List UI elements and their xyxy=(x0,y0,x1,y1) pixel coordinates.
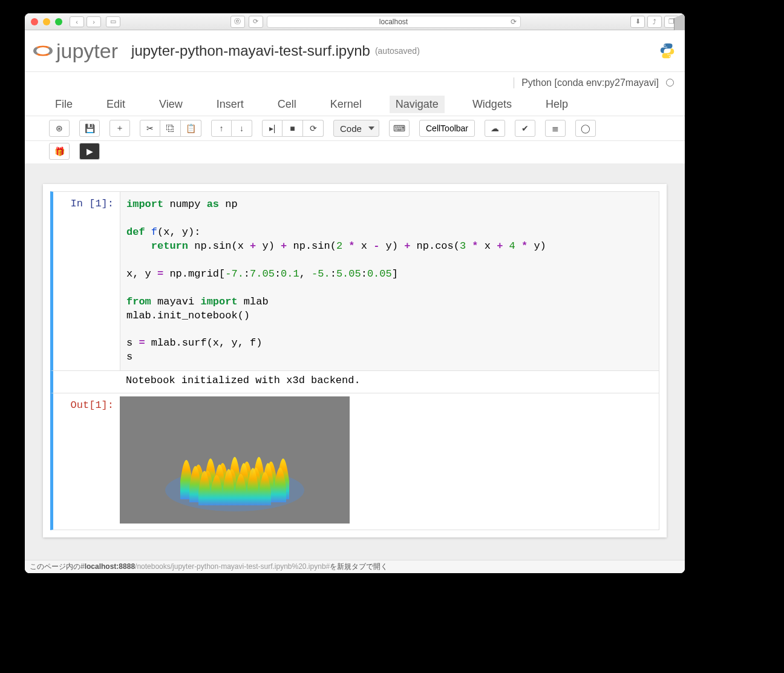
url-text: localhost xyxy=(379,18,408,26)
insert-cell-button[interactable]: ＋ xyxy=(109,120,130,137)
jupyter-logo-icon xyxy=(33,45,53,56)
menu-view[interactable]: View xyxy=(153,96,189,113)
share-button[interactable]: ⤴ xyxy=(647,16,662,28)
safari-window: ‹ › ▭ ⓔ ⟳ localhost ⟳ ⬇ ⤴ ❐ jupyter jupy… xyxy=(25,13,685,573)
sidebar-toggle[interactable]: ▭ xyxy=(106,16,120,27)
code-cell-1[interactable]: In [1]: import numpy as np def f(x, y): … xyxy=(50,191,659,371)
reload-button[interactable]: ⟳ xyxy=(249,16,263,28)
close-window-button[interactable] xyxy=(31,18,38,25)
svg-point-1 xyxy=(669,56,670,57)
brush-button[interactable]: ✔ xyxy=(515,120,535,137)
stdout-text: Notebook initialized with x3d backend. xyxy=(120,371,659,393)
move-up-button[interactable]: ↑ xyxy=(211,120,232,137)
run-button[interactable]: ▸| xyxy=(262,120,283,137)
code-editor[interactable]: import numpy as np def f(x, y): return n… xyxy=(120,192,659,370)
browser-titlebar: ‹ › ▭ ⓔ ⟳ localhost ⟳ ⬇ ⤴ ❐ xyxy=(25,13,685,30)
cut-cell-button[interactable]: ✂ xyxy=(140,120,160,137)
restart-button[interactable]: ⟳ xyxy=(303,120,324,137)
menu-help[interactable]: Help xyxy=(540,96,574,113)
notebook-header: jupyter jupyter-python-mayavi-test-surf.… xyxy=(25,30,685,71)
menu-file[interactable]: File xyxy=(49,96,79,113)
command-palette-button[interactable]: ⌨ xyxy=(389,120,410,137)
save-button[interactable]: ⊛ xyxy=(49,120,70,137)
menubar: File Edit View Insert Cell Kernel Naviga… xyxy=(25,93,685,116)
jupyter-logo[interactable]: jupyter xyxy=(33,39,118,63)
minimize-window-button[interactable] xyxy=(43,18,50,25)
menu-navigate[interactable]: Navigate xyxy=(390,96,445,113)
presentation-button[interactable]: ▶ xyxy=(79,143,100,160)
output-display: Out[1]: xyxy=(50,393,659,530)
gift-button[interactable]: 🎁 xyxy=(49,143,70,160)
save-checkpoint-button[interactable]: 💾 xyxy=(79,120,100,137)
cell-type-select[interactable]: Code xyxy=(333,120,379,137)
menu-kernel[interactable]: Kernel xyxy=(324,96,368,113)
jupyter-logo-text: jupyter xyxy=(56,39,118,63)
address-bar[interactable]: localhost ⟳ xyxy=(267,16,521,28)
output-area: Notebook initialized with x3d backend. xyxy=(50,371,659,393)
cloud-button[interactable]: ☁ xyxy=(485,120,505,137)
notebook-title[interactable]: jupyter-python-mayavi-test-surf.ipynb xyxy=(131,42,370,59)
notebook-area: In [1]: import numpy as np def f(x, y): … xyxy=(25,163,685,573)
browser-statusbar: このページ内の#localhost:8888/notebooks/jupyter… xyxy=(25,560,685,573)
paste-cell-button[interactable]: 📋 xyxy=(181,120,201,137)
downloads-button[interactable]: ⬇ xyxy=(630,16,645,28)
python-logo-icon xyxy=(658,42,676,60)
fullscreen-window-button[interactable] xyxy=(55,18,62,25)
menu-insert[interactable]: Insert xyxy=(211,96,250,113)
menu-widgets[interactable]: Widgets xyxy=(466,96,518,113)
celltoolbar-label[interactable]: CellToolbar xyxy=(419,120,475,137)
github-button[interactable]: ◯ xyxy=(575,120,596,137)
menu-cell[interactable]: Cell xyxy=(272,96,302,113)
svg-point-0 xyxy=(664,45,665,46)
back-button[interactable]: ‹ xyxy=(70,16,84,27)
notebook-container: In [1]: import numpy as np def f(x, y): … xyxy=(43,184,667,537)
kernel-bar: Python [conda env:py27mayavi] xyxy=(25,71,685,93)
reader-button[interactable]: ⓔ xyxy=(230,16,245,28)
toc-button[interactable]: ≣ xyxy=(545,120,566,137)
copy-cell-button[interactable]: ⿻ xyxy=(160,120,181,137)
forward-button[interactable]: › xyxy=(87,16,101,27)
menu-edit[interactable]: Edit xyxy=(100,96,131,113)
out-prompt: Out[1]: xyxy=(71,399,114,411)
mayavi-3d-output[interactable] xyxy=(120,396,350,524)
toolbar: ⊛ 💾 ＋ ✂ ⿻ 📋 ↑ ↓ ▸| ■ ⟳ Code ⌨ Ce xyxy=(25,116,685,141)
in-prompt: In [1]: xyxy=(71,198,114,209)
move-down-button[interactable]: ↓ xyxy=(232,120,252,137)
kernel-status-idle-icon xyxy=(666,79,674,87)
interrupt-button[interactable]: ■ xyxy=(283,120,303,137)
autosave-label: (autosaved) xyxy=(375,46,420,56)
toolbar-row2: 🎁 ▶ xyxy=(25,141,685,163)
kernel-name[interactable]: Python [conda env:py27mayavi] xyxy=(514,77,659,88)
refresh-icon[interactable]: ⟳ xyxy=(511,18,517,26)
